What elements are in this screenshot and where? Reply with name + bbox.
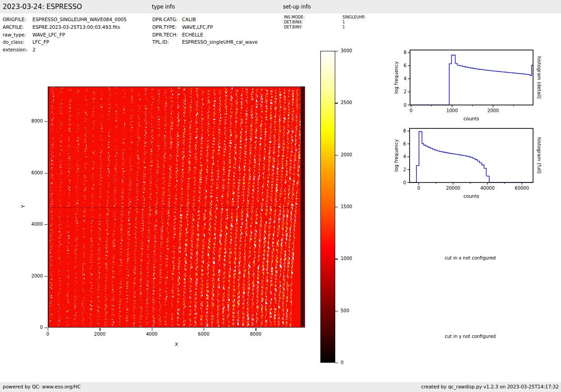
info-label: ORIGFILE: xyxy=(3,16,32,23)
info-row: INS.MODE:SINGLEUHR xyxy=(284,15,365,20)
info-label: DET.BINY: xyxy=(284,25,342,30)
x-tick-label: 0 xyxy=(410,108,412,113)
histogram-detail-ylabel: log frequency xyxy=(393,59,399,96)
histogram-full-right-label: histogram (full) xyxy=(537,133,542,178)
info-label: extension: xyxy=(3,46,32,54)
info-row: DET.BINY:1 xyxy=(284,25,365,30)
info-label: TPL.ID: xyxy=(152,38,182,46)
file-info-block: ORIGFILE:ESPRESSO_SINGLEUHR_WAVE084_0005… xyxy=(3,16,127,54)
info-value: WAVE,LFC,FP xyxy=(182,23,213,31)
x-tick xyxy=(204,328,204,331)
info-label: DET.BINX: xyxy=(284,20,342,25)
y-tick-label: 4 xyxy=(403,154,406,159)
colorbar-tick xyxy=(335,155,338,155)
y-tick-label: 6 xyxy=(403,141,406,146)
info-label: ARCFILE: xyxy=(3,23,32,31)
colorbar-tick-label: 500 xyxy=(341,308,349,313)
type-info-heading: type info xyxy=(152,4,175,10)
y-tick-label: 2 xyxy=(403,167,406,172)
info-value: ESPRE.2023-03-25T13:00:03.493.fits xyxy=(32,23,120,31)
info-row: ARCFILE:ESPRE.2023-03-25T13:00:03.493.fi… xyxy=(3,23,127,31)
info-row: DPR.TYPE:WAVE,LFC,FP xyxy=(152,23,258,31)
histogram-full-xlabel: counts xyxy=(458,193,485,199)
info-row: DET.BINX:1 xyxy=(284,20,365,25)
colorbar-tick xyxy=(335,207,338,207)
info-value: ECHELLE xyxy=(182,31,203,39)
footer-powered-by: powered by QC: www.eso.org/HC xyxy=(3,384,81,389)
y-tick-label: 0 xyxy=(404,103,406,108)
info-label: do_class: xyxy=(3,38,32,46)
colorbar-tick-label: 2500 xyxy=(341,100,352,105)
page-title: 2023-03-24: ESPRESSO xyxy=(3,3,82,11)
setup-info-block: INS.MODE:SINGLEUHRDET.BINX:1DET.BINY:1 xyxy=(284,15,365,30)
info-value: LFC_FP xyxy=(32,38,49,46)
colorbar-tick xyxy=(335,51,338,51)
y-tick xyxy=(45,173,47,173)
x-tick-label: 40000 xyxy=(480,186,495,191)
histogram-detail-frame xyxy=(410,50,533,105)
cut-y-note: cut in y not configured xyxy=(445,334,496,339)
colorbar-tick xyxy=(335,259,338,259)
colorbar-tick-label: 3000 xyxy=(341,48,352,53)
header-bar xyxy=(0,0,561,14)
qc-report-page: 2023-03-24: ESPRESSO type info set-up in… xyxy=(0,0,561,392)
info-value: 1 xyxy=(342,20,345,25)
info-label: INS.MODE: xyxy=(284,15,342,20)
x-tick-label: 2000 xyxy=(94,332,105,337)
info-row: TPL.ID:ESPRESSO_singleUHR_cal_wave xyxy=(152,38,258,46)
info-row: do_class:LFC_FP xyxy=(3,38,127,46)
x-tick xyxy=(152,328,152,331)
info-value: CALIB xyxy=(182,16,196,23)
y-tick-label: 8 xyxy=(404,50,406,55)
x-tick-label: 4000 xyxy=(146,332,157,337)
histogram-full-ylabel: log frequency xyxy=(393,137,399,173)
colorbar-tick xyxy=(335,363,338,363)
info-value: ESPRESSO_singleUHR_cal_wave xyxy=(182,38,258,46)
raw-image-xlabel: X xyxy=(175,342,178,347)
x-tick-label: 0 xyxy=(46,332,49,337)
y-tick-label: 2000 xyxy=(26,273,43,278)
histogram-detail-right-label: histogram (detail) xyxy=(537,55,542,100)
y-tick-label: 4 xyxy=(404,76,406,81)
y-tick-label: 8 xyxy=(403,128,406,133)
info-row: raw_type:WAVE_LFC_FP xyxy=(3,31,127,39)
info-value: 2 xyxy=(32,46,36,54)
histogram-detail-line xyxy=(410,55,533,105)
y-tick xyxy=(45,328,47,328)
y-tick-label: 8000 xyxy=(26,119,43,123)
info-label: DPR.CATG: xyxy=(152,16,182,23)
info-row: DPR.CATG:CALIB xyxy=(152,16,258,23)
y-tick-label: 0 xyxy=(26,325,43,330)
y-tick xyxy=(45,121,47,122)
raw-detector-image xyxy=(48,87,304,327)
histogram-detail-plot: 01000200002468 xyxy=(410,50,533,105)
y-tick xyxy=(45,276,47,277)
histogram-full-line xyxy=(410,132,533,182)
x-tick xyxy=(255,328,256,331)
x-tick-label: 1000 xyxy=(447,108,458,113)
info-row: DPR.TECH:ECHELLE xyxy=(152,31,258,39)
histogram-full-frame xyxy=(410,128,533,182)
x-tick-label: 0 xyxy=(417,186,420,191)
raw-image-ylabel: Y xyxy=(20,205,26,208)
x-tick-label: 60000 xyxy=(515,186,529,191)
colorbar-tick xyxy=(335,311,338,311)
y-tick-label: 0 xyxy=(403,180,406,185)
cut-x-note: cut in x not configured xyxy=(445,255,496,260)
info-label: DPR.TYPE: xyxy=(152,23,182,31)
colorbar-tick-label: 1500 xyxy=(341,204,352,209)
x-tick-label: 20000 xyxy=(446,186,461,191)
info-label: raw_type: xyxy=(3,31,32,39)
y-tick-label: 6 xyxy=(404,63,406,68)
info-label: DPR.TECH: xyxy=(152,31,182,39)
raw-image-plot xyxy=(48,87,305,328)
info-value: 1 xyxy=(342,25,345,30)
x-tick-label: 6000 xyxy=(198,332,209,337)
setup-info-heading: set-up info xyxy=(283,4,311,10)
histogram-full-plot: 020000400006000002468 xyxy=(410,128,533,182)
info-row: extension:2 xyxy=(3,46,127,54)
x-tick-label: 2000 xyxy=(488,108,499,113)
x-tick-label: 8000 xyxy=(250,332,261,337)
colorbar-tick-label: 1000 xyxy=(341,256,352,261)
info-value: ESPRESSO_SINGLEUHR_WAVE084_0005 xyxy=(32,16,127,23)
